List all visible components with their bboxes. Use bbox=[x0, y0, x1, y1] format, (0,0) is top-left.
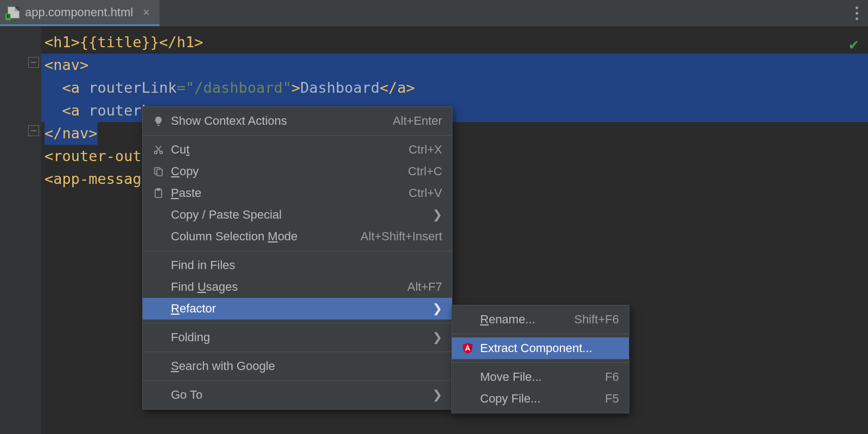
ide-window: H app.component.html × <h1>{{title}}</h1… bbox=[0, 0, 868, 434]
submenu-arrow-icon: ❯ bbox=[411, 302, 442, 316]
shortcut-text: F6 bbox=[583, 370, 619, 384]
submenu-arrow-icon: ❯ bbox=[411, 208, 442, 222]
shortcut-text: Ctrl+X bbox=[387, 143, 442, 157]
menu-separator bbox=[143, 323, 452, 323]
html-file-icon: H bbox=[8, 7, 20, 18]
shortcut-text: Ctrl+C bbox=[386, 164, 442, 178]
bulb-icon bbox=[151, 116, 165, 126]
shortcut-text: Alt+Shift+Insert bbox=[339, 229, 442, 244]
shortcut-text: Shift+F6 bbox=[552, 312, 619, 327]
menu-separator bbox=[143, 135, 452, 136]
menu-rename[interactable]: Rename... Shift+F6 bbox=[452, 309, 629, 330]
menu-separator bbox=[143, 251, 452, 251]
code-line: <h1>{{title}}</h1> bbox=[41, 31, 868, 54]
menu-cut[interactable]: Cut Ctrl+X bbox=[143, 139, 452, 161]
menu-find-in-files[interactable]: Find in Files bbox=[143, 254, 452, 276]
menu-find-usages[interactable]: Find Usages Alt+F7 bbox=[143, 276, 452, 298]
tab-filename: app.component.html bbox=[25, 5, 133, 20]
svg-rect-5 bbox=[157, 189, 160, 191]
svg-rect-3 bbox=[157, 169, 162, 176]
menu-copy-paste-special[interactable]: Copy / Paste Special ❯ bbox=[143, 204, 452, 226]
svg-point-1 bbox=[160, 151, 163, 154]
editor-gutter bbox=[0, 27, 41, 434]
menu-copy-file[interactable]: Copy File... F5 bbox=[452, 388, 629, 410]
menu-search-google[interactable]: Search with Google bbox=[143, 355, 452, 377]
inspection-ok-icon[interactable]: ✔ bbox=[849, 33, 858, 56]
menu-move-file[interactable]: Move File... F6 bbox=[452, 366, 629, 388]
menu-separator bbox=[143, 380, 452, 381]
shortcut-text: Ctrl+V bbox=[387, 186, 442, 200]
menu-separator bbox=[452, 334, 629, 334]
menu-show-context-actions[interactable]: Show Context Actions Alt+Enter bbox=[143, 110, 452, 132]
svg-point-0 bbox=[155, 151, 157, 154]
context-menu: Show Context Actions Alt+Enter Cut Ctrl+… bbox=[142, 106, 452, 410]
angular-icon bbox=[461, 342, 475, 354]
code-line: <nav> bbox=[41, 54, 868, 76]
cut-icon bbox=[151, 144, 165, 155]
submenu-arrow-icon: ❯ bbox=[411, 388, 442, 402]
fold-toggle-icon[interactable] bbox=[28, 125, 39, 136]
refactor-submenu: Rename... Shift+F6 Extract Component... … bbox=[451, 305, 629, 413]
close-tab-icon[interactable]: × bbox=[143, 5, 150, 20]
menu-copy[interactable]: Copy Ctrl+C bbox=[143, 161, 452, 182]
shortcut-text: Alt+F7 bbox=[386, 280, 442, 294]
menu-separator bbox=[143, 352, 452, 352]
menu-folding[interactable]: Folding ❯ bbox=[143, 327, 452, 348]
menu-column-selection[interactable]: Column Selection Mode Alt+Shift+Insert bbox=[143, 226, 452, 247]
code-line: <a routerLink="/dashboard">Dashboard</a> bbox=[41, 76, 868, 99]
submenu-arrow-icon: ❯ bbox=[411, 330, 442, 344]
copy-icon bbox=[151, 166, 165, 177]
fold-toggle-icon[interactable] bbox=[28, 57, 39, 68]
menu-refactor[interactable]: Refactor ❯ bbox=[143, 298, 452, 320]
paste-icon bbox=[151, 188, 165, 199]
menu-paste[interactable]: Paste Ctrl+V bbox=[143, 182, 452, 204]
menu-separator bbox=[452, 362, 629, 363]
menu-go-to[interactable]: Go To ❯ bbox=[143, 384, 452, 406]
shortcut-text: Alt+Enter bbox=[371, 114, 442, 128]
menu-extract-component[interactable]: Extract Component... bbox=[452, 337, 629, 359]
editor-tab[interactable]: H app.component.html × bbox=[0, 0, 159, 26]
shortcut-text: F5 bbox=[583, 392, 619, 406]
tab-options-button[interactable] bbox=[856, 0, 858, 26]
editor-tab-bar: H app.component.html × bbox=[0, 0, 868, 27]
